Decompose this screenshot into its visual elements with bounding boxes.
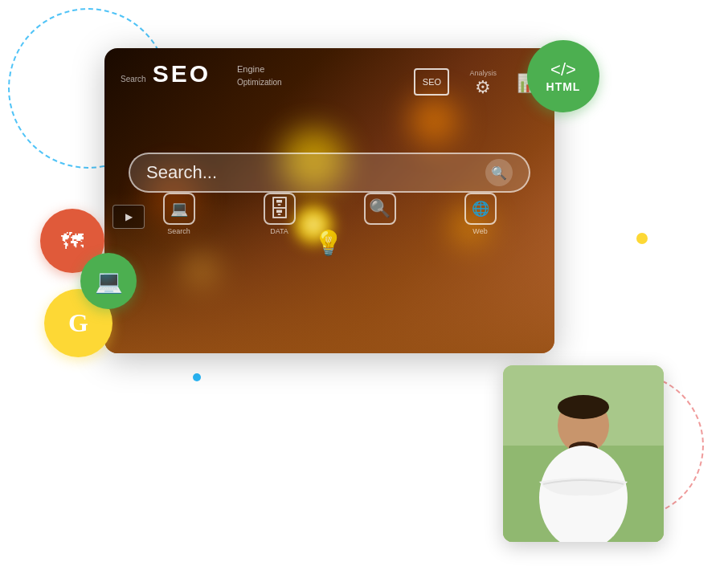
main-seo-card: Search SEO Engine Optimization SEO Analy… [104,48,554,353]
person-card [503,365,664,542]
google-g-icon: G [68,308,88,338]
map-icon: 🗺 [61,228,84,254]
decorative-dot-yellow [636,233,648,244]
seo-icon-area: SEO Analysis ⚙ 📊 [414,68,538,98]
web-float-label: Web [472,227,487,235]
globe-icon-circle: 🌐 [464,193,497,225]
optimization-label: Optimization [237,78,282,87]
laptop-edit-icon: 💻 [95,268,123,295]
search-bar[interactable]: Search... 🔍 [129,153,530,193]
search-bar-text: Search... [146,162,485,183]
data-icon-circle: 🗄 [264,193,296,225]
search-icon-circle: 🔍 [364,193,396,225]
web-globe-float-icon: 🌐 Web [464,193,497,235]
code-icon: </> [550,59,576,80]
laptop-icon-circle: 💻 [163,193,195,225]
data-float-label: DATA [270,227,288,235]
laptop-icon: 💻 [170,200,188,218]
search-float-icon: 🔍 [369,198,391,219]
database-icon: 🗄 [268,196,291,222]
gear-icon: ⚙ [475,77,491,98]
analysis-label: Analysis [469,69,497,77]
person-svg [503,365,664,542]
decorative-dot-blue [193,373,201,381]
search-magnifier-float-icon: 🔍 [364,193,396,235]
person-figure [503,365,664,542]
globe-icon: 🌐 [472,200,489,218]
data-cylinder-float-icon: 🗄 DATA [264,193,296,235]
seo-big-label: SEO [153,60,211,88]
search-bar-icon[interactable]: 🔍 [485,159,513,186]
seo-monitor-text: SEO [423,77,441,87]
html-badge: </> HTML [527,40,599,112]
left-circle-green: 💻 [80,253,137,309]
laptop-search-float-icon: 💻 Search [163,193,195,235]
monitor-icon: SEO [414,68,449,96]
engine-label: Engine [237,64,264,74]
svg-point-3 [558,395,609,419]
search-float-label: Search [167,227,190,235]
html-badge-text: HTML [546,80,581,93]
analysis-icon-box: Analysis ⚙ [469,69,497,98]
search-label: Search [121,75,146,83]
magnifier-icon: 🔍 [491,165,507,181]
floating-icons-row: 💻 Search 🗄 DATA 🔍 🌐 [104,193,554,235]
bokeh-light-2 [410,96,458,145]
monitor-seo-icon-box: SEO [414,68,449,98]
